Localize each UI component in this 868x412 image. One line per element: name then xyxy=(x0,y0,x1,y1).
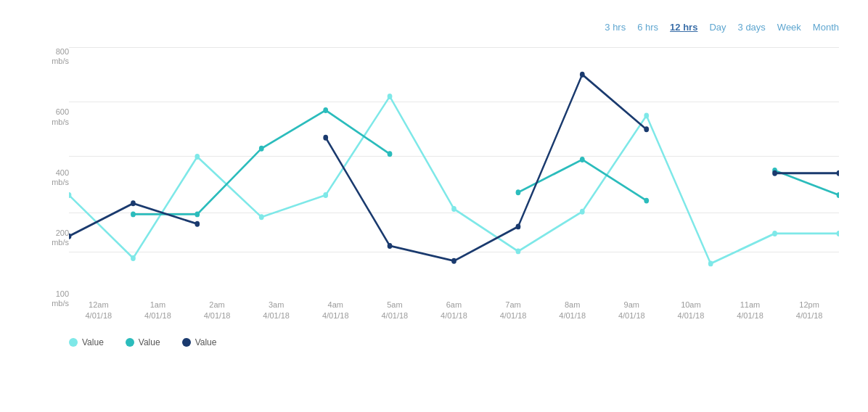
x-label-7am: 7am4/01/18 xyxy=(483,300,543,322)
series-dot-0-10 xyxy=(708,260,713,266)
series-dot-0-12 xyxy=(837,231,839,236)
chart-area: 800mb/s600mb/s400mb/s200mb/s100mb/s 12am… xyxy=(29,47,839,330)
series-dot-0-4 xyxy=(323,192,328,198)
series-dot-0-6 xyxy=(451,206,456,212)
series-dot-0-2 xyxy=(195,154,200,160)
y-label-200: 200mb/s xyxy=(29,228,69,247)
series-dot-0-3 xyxy=(259,214,264,220)
y-label-600: 600mb/s xyxy=(29,107,69,126)
x-label-12pm: 12pm4/01/18 xyxy=(779,300,839,322)
series-line-2 xyxy=(326,75,647,261)
series-dot-2-12 xyxy=(837,170,839,176)
x-label-11am: 11am4/01/18 xyxy=(721,300,780,322)
legend-color-1 xyxy=(126,338,134,347)
time-filter-month[interactable]: Month xyxy=(813,22,839,33)
x-label-4am: 4am4/01/18 xyxy=(306,300,365,322)
y-axis: 800mb/s600mb/s400mb/s200mb/s100mb/s xyxy=(29,47,69,330)
series-dot-1-3 xyxy=(259,146,264,152)
x-label-12am: 12am4/01/18 xyxy=(69,300,128,322)
legend-label-0: Value xyxy=(82,337,104,347)
time-filter-3-hrs[interactable]: 3 hrs xyxy=(605,22,626,33)
series-dot-1-5 xyxy=(388,151,393,157)
series-dot-2-7 xyxy=(516,223,521,229)
series-dot-2-9 xyxy=(644,126,649,132)
legend-label-2: Value xyxy=(195,337,217,347)
series-dot-2-6 xyxy=(451,258,456,264)
legend: ValueValueValue xyxy=(69,337,839,347)
series-dot-2-11 xyxy=(772,170,777,176)
legend-label-1: Value xyxy=(139,337,160,347)
x-label-1am: 1am4/01/18 xyxy=(128,300,188,322)
series-dot-1-4 xyxy=(323,107,328,113)
series-dot-2-8 xyxy=(580,72,585,78)
time-filter-3-days[interactable]: 3 days xyxy=(738,22,766,33)
time-filter-day[interactable]: Day xyxy=(709,22,726,33)
series-dot-2-2 xyxy=(195,221,200,227)
series-dot-0-11 xyxy=(772,231,777,236)
time-filter-12-hrs[interactable]: 12 hrs xyxy=(670,22,697,33)
time-filters: 3 hrs6 hrs12 hrsDay3 daysWeekMonth xyxy=(605,22,839,33)
x-label-10am: 10am4/01/18 xyxy=(661,300,721,322)
y-label-100: 100mb/s xyxy=(29,289,69,308)
time-filter-6-hrs[interactable]: 6 hrs xyxy=(637,22,658,33)
series-dot-0-5 xyxy=(388,94,393,99)
x-label-6am: 6am4/01/18 xyxy=(425,300,484,322)
x-axis: 12am4/01/181am4/01/182am4/01/183am4/01/1… xyxy=(69,294,839,330)
x-label-3am: 3am4/01/18 xyxy=(247,300,306,322)
chart-svg xyxy=(69,47,839,294)
legend-item-1: Value xyxy=(126,337,160,347)
series-dot-1-7 xyxy=(516,189,521,195)
chart-body: 12am4/01/181am4/01/182am4/01/183am4/01/1… xyxy=(69,47,839,330)
series-line-0 xyxy=(69,96,839,263)
series-dot-2-4 xyxy=(323,135,328,141)
series-dot-2-1 xyxy=(131,200,136,206)
x-label-5am: 5am4/01/18 xyxy=(365,300,425,322)
series-dot-1-12 xyxy=(837,192,839,198)
series-dot-1-1 xyxy=(131,211,136,217)
chart-header: 3 hrs6 hrs12 hrsDay3 daysWeekMonth xyxy=(29,22,839,33)
chart-container: 3 hrs6 hrs12 hrsDay3 daysWeekMonth 800mb… xyxy=(0,0,868,412)
x-label-9am: 9am4/01/18 xyxy=(602,300,661,322)
y-label-400: 400mb/s xyxy=(29,168,69,187)
x-label-8am: 8am4/01/18 xyxy=(543,300,602,322)
series-dot-1-9 xyxy=(644,198,649,204)
series-dot-2-5 xyxy=(388,243,393,249)
x-label-2am: 2am4/01/18 xyxy=(187,300,247,322)
legend-color-2 xyxy=(182,338,191,347)
y-label-800: 800mb/s xyxy=(29,47,69,66)
series-dot-0-1 xyxy=(131,255,136,261)
time-filter-week[interactable]: Week xyxy=(777,22,801,33)
series-dot-1-2 xyxy=(195,211,200,217)
series-dot-0-8 xyxy=(580,209,585,215)
series-dot-0-7 xyxy=(516,248,521,254)
legend-item-2: Value xyxy=(182,337,217,347)
series-dot-1-8 xyxy=(580,157,585,162)
legend-color-0 xyxy=(69,338,78,347)
series-line-2 xyxy=(69,203,197,236)
series-dot-0-9 xyxy=(644,112,649,118)
legend-item-0: Value xyxy=(69,337,104,347)
